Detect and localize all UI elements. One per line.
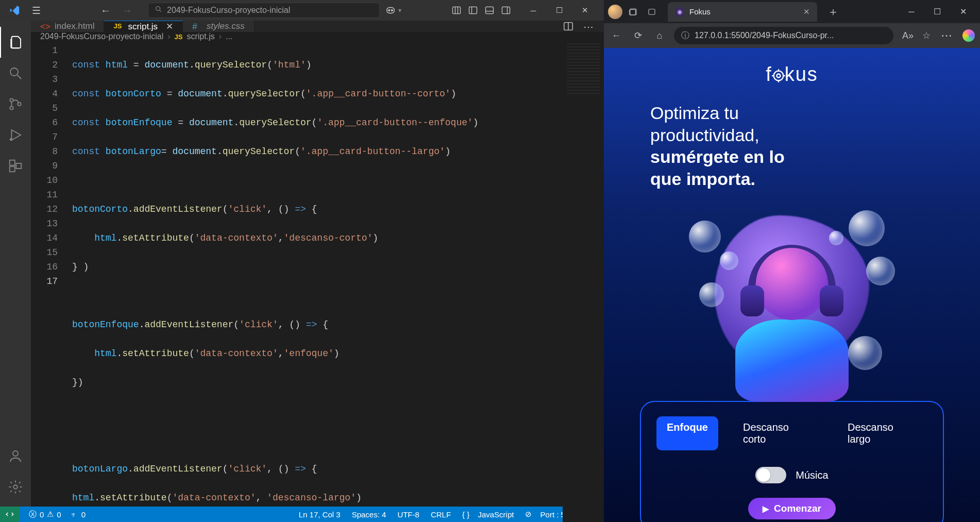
address-bar[interactable]: ⓘ 127.0.0.1:5500/2049-FokusCurso-pr... [674,27,893,44]
start-button[interactable]: ▶ Comenzar [748,498,836,519]
layout-panel-bottom-icon[interactable] [484,5,495,15]
hero-illustration [684,205,900,380]
activity-source-control-icon[interactable] [0,89,31,120]
workspaces-icon[interactable] [628,7,639,16]
svg-point-31 [773,71,783,81]
tab-label: script.js [128,22,158,32]
svg-point-24 [13,451,18,456]
search-placeholder-text: 2049-FokusCurso-proyecto-inicial [167,6,290,15]
tab-descanso-corto[interactable]: Descanso corto [733,416,823,450]
browser-window: ◉ Fokus ✕ ＋ ─ ☐ ✕ ← ⟳ ⌂ ⓘ 127.0.0.1:5500… [604,0,980,522]
svg-rect-21 [10,160,15,165]
vscode-logo-icon [0,5,28,16]
vscode-titlebar: ☰ ← → 2049-FokusCurso-proyecto-inicial ▾… [0,0,604,21]
svg-point-18 [18,103,21,106]
activity-account-icon[interactable] [0,441,31,472]
new-tab-button[interactable]: ＋ [822,4,844,20]
tab-index-html[interactable]: <> index.html [31,21,104,32]
svg-rect-30 [649,9,655,14]
window-maximize-icon[interactable]: ☐ [546,0,572,21]
breadcrumb-file: script.js [187,32,214,41]
tab-actions-icon[interactable] [646,7,657,16]
play-icon: ▶ [763,504,769,514]
svg-point-4 [391,10,393,11]
layout-sidebar-left-icon[interactable] [468,5,478,15]
headline-line3: sumérgete en lo [650,146,959,168]
chevron-right-icon: › [167,32,170,41]
card-tabs: Enfoque Descanso corto Descanso largo [656,416,927,450]
code-content[interactable]: const html = document.querySelector('htm… [72,41,563,522]
minimap[interactable] [563,41,604,522]
read-aloud-icon[interactable]: A» [901,30,915,41]
js-file-icon: JS [113,22,123,31]
tab-styles-css[interactable]: # styles.css [183,21,255,32]
svg-line-1 [160,10,161,12]
activity-run-debug-icon[interactable] [0,120,31,150]
svg-rect-22 [10,166,15,172]
fokus-logo: fkus [624,63,959,86]
breadcrumb-folder: 2049-FokusCurso-proyecto-inicial [40,32,163,41]
more-actions-icon[interactable]: ⋯ [583,21,595,32]
window-close-icon[interactable]: ✕ [950,0,976,23]
browser-toolbar: ← ⟳ ⌂ ⓘ 127.0.0.1:5500/2049-FokusCurso-p… [604,23,980,48]
activity-explorer-icon[interactable] [0,27,31,58]
window-maximize-icon[interactable]: ☐ [924,0,950,23]
tab-close-icon[interactable]: ✕ [803,7,810,16]
vscode-window: ☰ ← → 2049-FokusCurso-proyecto-inicial ▾… [0,0,604,522]
split-editor-icon[interactable] [563,21,574,32]
headline: Optimiza tu productividad, sumérgete en … [624,102,959,190]
tab-label: index.html [55,21,94,31]
browser-menu-icon[interactable]: ⋯ [938,29,955,42]
line-number-gutter: 1 2 3 4 5 6 7 8 9 10 11 12 13 14 15 16 1… [31,41,72,522]
headline-line2: productividad, [650,124,959,146]
copilot-icon[interactable]: ▾ [385,5,401,16]
svg-point-0 [156,7,160,11]
nav-refresh-icon[interactable]: ⟳ [631,30,645,41]
fokus-page: fkus Optimiza tu productividad, sumérget… [604,48,980,522]
layout-sidebar-right-icon[interactable] [501,5,511,15]
editor-region: <> index.html JS script.js ✕ # styles.cs… [31,21,604,507]
tab-enfoque[interactable]: Enfoque [656,416,718,450]
svg-point-17 [10,106,13,109]
window-minimize-icon[interactable]: ─ [520,0,546,21]
profile-avatar-icon[interactable] [608,5,622,19]
browser-titlebar: ◉ Fokus ✕ ＋ ─ ☐ ✕ [604,0,980,23]
editor-tabs: <> index.html JS script.js ✕ # styles.cs… [31,21,604,32]
js-file-icon: JS [175,33,183,41]
favorite-star-icon[interactable]: ☆ [922,30,931,41]
tab-script-js[interactable]: JS script.js ✕ [104,21,183,32]
svg-rect-23 [16,163,21,169]
browser-tab-fokus[interactable]: ◉ Fokus ✕ [668,2,817,22]
tab-descanso-largo[interactable]: Descanso largo [837,416,927,450]
remote-indicator-icon[interactable] [0,507,20,522]
site-info-icon[interactable]: ⓘ [681,30,689,41]
activity-search-icon[interactable] [0,58,31,89]
svg-rect-5 [453,7,461,13]
music-toggle[interactable] [755,467,786,483]
code-editor[interactable]: 1 2 3 4 5 6 7 8 9 10 11 12 13 14 15 16 1… [31,41,604,522]
nav-home-icon[interactable]: ⌂ [652,30,667,41]
window-minimize-icon[interactable]: ─ [899,0,924,23]
activity-extensions-icon[interactable] [0,150,31,181]
layout-panels-icon[interactable] [451,5,462,15]
html-file-icon: <> [40,22,49,31]
activity-settings-icon[interactable] [0,472,31,502]
music-label: Música [796,469,828,481]
tab-close-icon[interactable]: ✕ [166,21,173,32]
breadcrumb[interactable]: 2049-FokusCurso-proyecto-inicial › JS sc… [31,32,604,41]
nav-forward-icon[interactable]: → [122,5,132,16]
css-file-icon: # [192,22,201,31]
search-icon [155,5,163,15]
nav-back-icon[interactable]: ← [100,5,111,16]
music-toggle-row: Música [656,467,927,483]
target-o-icon [771,69,786,83]
hamburger-menu-icon[interactable]: ☰ [28,5,44,16]
fokus-favicon-icon: ◉ [675,7,684,16]
svg-marker-19 [12,130,21,140]
nav-back-icon[interactable]: ← [609,30,623,41]
svg-rect-2 [387,8,395,13]
copilot-icon[interactable] [962,29,975,42]
window-close-icon[interactable]: ✕ [572,0,598,21]
svg-point-14 [10,68,18,76]
command-center-search[interactable]: 2049-FokusCurso-proyecto-inicial [148,3,380,18]
